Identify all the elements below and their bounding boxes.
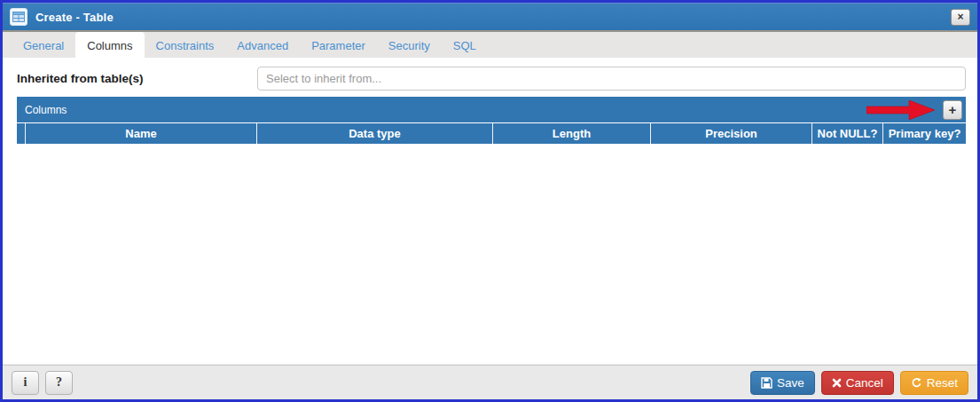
columns-grid-header: Name Data type Length Precision Not NULL… [17, 122, 966, 144]
annotation-arrow [866, 100, 936, 120]
dialog-title: Create - Table [35, 11, 114, 24]
save-label: Save [777, 376, 804, 390]
add-column-button[interactable]: + [943, 100, 962, 120]
column-header-datatype: Data type [256, 123, 492, 144]
column-header-notnull: Not NULL? [811, 123, 882, 144]
titlebar: Create - Table × [3, 3, 977, 30]
tab-parameter[interactable]: Parameter [300, 32, 377, 58]
columns-panel-title: Columns [25, 104, 67, 116]
columns-grid-body [17, 144, 966, 162]
info-button[interactable]: i [12, 371, 39, 395]
tab-security[interactable]: Security [377, 32, 442, 58]
cancel-label: Cancel [846, 376, 883, 390]
help-button[interactable]: ? [45, 371, 73, 395]
inherited-from-label: Inherited from table(s) [17, 72, 257, 85]
tab-columns[interactable]: Columns [75, 32, 144, 58]
help-icon: ? [56, 375, 62, 389]
cancel-icon [832, 378, 842, 388]
tab-constraints[interactable]: Constraints [145, 32, 226, 58]
save-button[interactable]: Save [750, 371, 815, 395]
reset-recycle-icon [911, 377, 922, 389]
close-icon: × [957, 11, 963, 23]
tab-bar: General Columns Constraints Advanced Par… [3, 30, 977, 58]
info-icon: i [24, 375, 27, 389]
dialog-footer: i ? Save Cancel [3, 365, 977, 399]
table-icon [10, 8, 27, 26]
reset-label: Reset [927, 376, 958, 390]
columns-panel-header: Columns + [17, 97, 966, 122]
cancel-button[interactable]: Cancel [821, 371, 894, 395]
column-header-name: Name [25, 123, 256, 144]
tab-advanced[interactable]: Advanced [225, 32, 300, 58]
columns-panel: Columns + Name Data type Length Precisio… [17, 97, 966, 162]
tab-sql[interactable]: SQL [442, 32, 488, 58]
reset-button[interactable]: Reset [900, 371, 968, 395]
inherited-from-row: Inherited from table(s) [17, 67, 966, 91]
close-button[interactable]: × [951, 9, 970, 26]
save-icon [761, 377, 772, 389]
column-header-selector [17, 123, 25, 144]
columns-tab-panel: Inherited from table(s) Columns + Name D… [3, 58, 977, 364]
create-table-dialog: Create - Table × General Columns Constra… [0, 0, 980, 402]
tab-general[interactable]: General [12, 32, 75, 58]
inherit-select-input[interactable] [257, 67, 966, 91]
column-header-length: Length [492, 123, 650, 144]
column-header-precision: Precision [650, 123, 811, 144]
column-header-primarykey: Primary key? [882, 123, 966, 144]
